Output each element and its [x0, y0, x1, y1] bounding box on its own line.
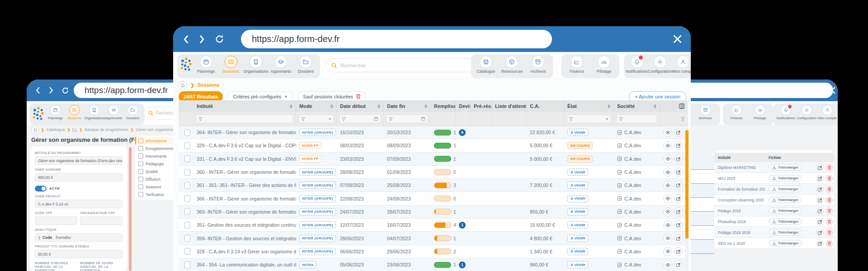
table-row[interactable]: 359- INTER - Gestion des sources et inté…	[179, 232, 688, 245]
devis-count-badge[interactable]: 6	[459, 129, 466, 136]
view-button[interactable]	[663, 194, 672, 203]
header-societe[interactable]: Société	[614, 100, 660, 112]
delete-document-button[interactable]	[826, 229, 833, 236]
nav-item-finance[interactable]: Finance	[726, 105, 746, 120]
nav-item-organisations[interactable]: Organisations	[243, 56, 269, 74]
edit-button[interactable]	[674, 234, 683, 243]
nav-item-compte[interactable]: Mon compte	[672, 56, 691, 74]
row-checkbox[interactable]	[184, 182, 190, 189]
url-bar[interactable]: https://app.form-dev.fr	[241, 30, 552, 48]
view-button[interactable]	[663, 247, 672, 256]
form-input-code-cpf[interactable]	[35, 216, 77, 225]
download-button[interactable]: Télécharger	[769, 207, 802, 214]
breadcrumb-segment[interactable]: Banque de programmes	[85, 127, 128, 132]
view-button[interactable]	[663, 154, 672, 164]
delete-document-button[interactable]	[826, 207, 833, 215]
breadcrumb-segment[interactable]: Catalogue	[47, 127, 65, 132]
forward-button[interactable]	[46, 79, 57, 101]
delete-document-button[interactable]	[826, 240, 833, 247]
edit-button[interactable]	[674, 154, 683, 164]
table-row[interactable]: 331 - C.A.dev F.3.6 v2 Cap sur le Digita…	[179, 153, 688, 166]
download-button[interactable]: Télécharger	[769, 186, 802, 192]
devis-count-badge[interactable]: 1	[459, 262, 466, 268]
document-row[interactable]: Formation de formateur 2021Télécharger	[714, 184, 834, 195]
nav-item-notifications[interactable]: Notifications	[776, 105, 796, 120]
view-button[interactable]	[663, 181, 672, 190]
nav-item-notifications[interactable]: Notifications	[626, 56, 648, 74]
reload-button[interactable]	[59, 79, 71, 101]
header-date-fin[interactable]: Date fin	[384, 100, 431, 112]
form-scrollbar[interactable]	[129, 147, 132, 271]
nav-item-configuration[interactable]: Configuration	[648, 56, 672, 74]
nav-item-pilotage[interactable]: Pilotage	[750, 105, 770, 120]
nav-item-configuration[interactable]: Configuration	[797, 105, 816, 120]
edit-button[interactable]	[674, 141, 683, 150]
edit-document-button[interactable]	[816, 175, 824, 182]
header-etat[interactable]: État	[564, 100, 614, 112]
view-button[interactable]	[663, 141, 672, 150]
vertical-scrollbar[interactable]	[685, 130, 689, 271]
document-row[interactable]: Diplôme MARKETINGTélécharger	[714, 162, 834, 173]
edit-document-button[interactable]	[816, 207, 824, 215]
row-checkbox[interactable]	[184, 262, 190, 268]
download-button[interactable]: Télécharger	[769, 218, 802, 225]
actif-toggle[interactable]	[35, 186, 47, 192]
form-input-code-produit[interactable]: C.A.dev F.3.14 v2	[35, 200, 123, 208]
row-checkbox[interactable]	[184, 222, 190, 229]
document-row[interactable]: SEO niv 1 2020Télécharger	[714, 238, 834, 249]
filter-date-fin-input[interactable]	[386, 114, 428, 123]
nav-item-apprenants[interactable]: Apprenants	[104, 105, 123, 120]
delete-document-button[interactable]	[826, 164, 833, 171]
nav-item-sessions[interactable]: Sessions	[65, 105, 85, 120]
nav-item-sessions[interactable]: Sessions	[218, 56, 243, 74]
edit-document-button[interactable]	[816, 218, 824, 225]
nav-item-plannings[interactable]: Plannings	[193, 56, 218, 74]
table-row[interactable]: 354 - 354- La communication digitale, un…	[179, 258, 688, 271]
view-button[interactable]	[663, 207, 672, 216]
view-button[interactable]	[663, 260, 672, 269]
home-icon[interactable]	[31, 126, 39, 134]
edit-document-button[interactable]	[816, 164, 824, 171]
breadcrumb-current[interactable]: Sessions	[198, 82, 219, 88]
row-checkbox[interactable]	[184, 248, 190, 255]
row-checkbox[interactable]	[184, 155, 190, 162]
breadcrumb[interactable]: ❯ Sessions	[179, 80, 220, 90]
forward-button[interactable]	[196, 26, 208, 52]
document-row[interactable]: Pédago 2018 2019Télécharger	[714, 227, 834, 238]
filter-etat-input[interactable]: ▼	[566, 114, 611, 123]
nav-item-dossiers[interactable]: Dossiers	[293, 56, 318, 74]
nav-item-apprenants[interactable]: Apprenants	[269, 56, 293, 74]
devis-count-badge[interactable]: 1	[459, 222, 466, 229]
form-input-tarif-horaire[interactable]: 950,00 €	[35, 173, 123, 182]
download-button[interactable]: Télécharger	[769, 175, 802, 182]
view-button[interactable]	[663, 234, 672, 243]
form-input-organisateur-cpf[interactable]	[80, 216, 123, 225]
edit-button[interactable]	[674, 260, 683, 269]
row-checkbox[interactable]	[184, 169, 190, 176]
view-button[interactable]	[663, 128, 672, 137]
filter-icon[interactable]	[681, 117, 685, 121]
table-row[interactable]: 360 - INTER - Gérer son organisme de for…	[179, 166, 688, 179]
table-row[interactable]: 360- INTER - Gérer son organisme de form…	[179, 206, 688, 219]
row-checkbox[interactable]	[184, 208, 190, 215]
edit-document-button[interactable]	[816, 186, 824, 193]
delete-document-button[interactable]	[826, 186, 833, 193]
back-button[interactable]	[179, 26, 192, 52]
delete-document-button[interactable]	[826, 218, 833, 225]
edit-button[interactable]	[674, 128, 683, 137]
view-button[interactable]	[663, 168, 672, 177]
table-row[interactable]: 366 - INTER - Gérer son organisme de for…	[179, 192, 688, 205]
form-input-produit-ttc-horaire-tendu[interactable]: 50,00 €	[35, 250, 123, 258]
edit-button[interactable]	[674, 207, 683, 216]
filter-date-debut-input[interactable]	[339, 114, 381, 123]
edit-button[interactable]	[674, 181, 683, 190]
header-mode[interactable]: Mode	[296, 100, 337, 112]
document-row[interactable]: MAJ 2023Télécharger	[714, 173, 834, 184]
header-columns-settings[interactable]	[660, 100, 688, 112]
nav-item-pilotage[interactable]: Pilotage	[591, 56, 617, 74]
edit-button[interactable]	[674, 168, 683, 177]
nav-item-ressources[interactable]: Ressources	[499, 56, 524, 74]
nav-item-finance[interactable]: Finance	[564, 56, 590, 74]
nav-item-compte[interactable]: Mon compte	[817, 105, 837, 120]
reload-button[interactable]	[212, 26, 226, 52]
